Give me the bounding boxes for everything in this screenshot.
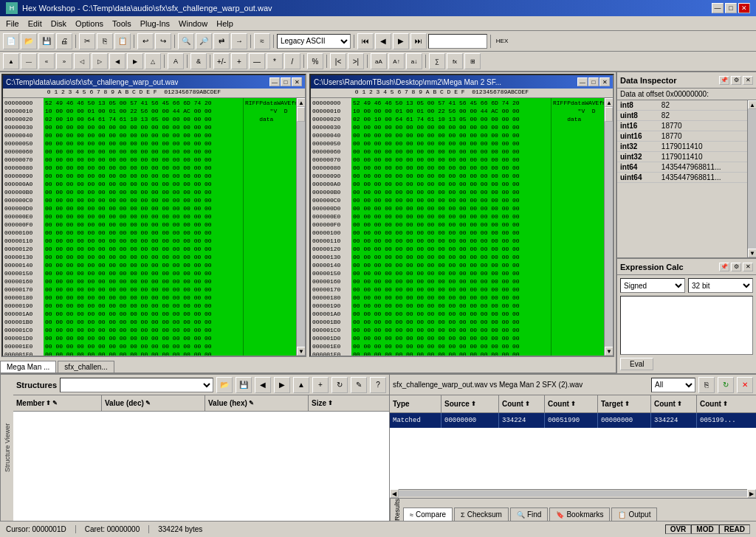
nav-begin[interactable]: ⏮ [357,33,374,49]
compare-close[interactable]: ✕ [737,377,753,393]
close-button[interactable]: ✕ [738,3,750,13]
hex-left-min[interactable]: — [269,77,280,86]
tb2-plus[interactable]: +/- [213,53,230,69]
expr-pin[interactable]: 📌 [719,263,729,271]
compare-hscroll[interactable]: ◀ ▶ [390,489,756,498]
find-button[interactable]: 🔍 [178,33,194,49]
tb2-btn6[interactable]: ▷ [92,53,108,69]
tb2-btn2[interactable]: — [21,53,37,69]
encoding-select[interactable]: Legacy ASCII [277,34,351,49]
struct-btn-refresh[interactable]: ↻ [331,377,348,393]
menu-help[interactable]: Help [212,18,238,30]
inspector-settings[interactable]: ⚙ [731,76,741,85]
find-all-button[interactable]: 🔎 [196,33,212,49]
tb2-btn1[interactable]: ▲ [3,53,19,69]
scroll-down-left[interactable]: ▼ [297,347,305,356]
struct-btn-up[interactable]: ▲ [293,377,309,393]
nav-prev[interactable]: ◀ [375,33,391,49]
tb2-btn8[interactable]: ▶ [127,53,143,69]
menu-file[interactable]: File [1,18,24,30]
struct-btn-save[interactable]: 💾 [236,377,252,393]
tb2-pct[interactable]: % [307,53,323,69]
hex-body-left[interactable]: 00000000000000100000002000000030 0000004… [3,98,305,356]
struct-btn-prev[interactable]: ◀ [255,377,271,393]
compare-filter[interactable]: All [651,378,695,392]
hex-left-close[interactable]: ✕ [292,77,302,86]
expr-bit-select[interactable]: 32 bit 16 bit 64 bit [688,278,753,293]
open-button[interactable]: 📂 [21,33,37,49]
maximize-button[interactable]: □ [725,3,737,13]
compare-btn[interactable]: ≈ [254,33,270,49]
tb2-big[interactable]: A↑ [388,53,405,69]
tb2-div[interactable]: / [284,53,300,69]
inspector-scroll-up[interactable]: ▲ [748,100,756,109]
menu-plugins[interactable]: Plug-Ins [136,18,174,30]
tb2-left[interactable]: |< [330,53,346,69]
replace-button[interactable]: ⇄ [213,33,230,49]
tab-checksum[interactable]: Σ Checksum [454,507,509,521]
hex-tab-2[interactable]: sfx_challen... [58,361,114,373]
scrollbar-left[interactable]: ▲ ▼ [296,98,305,356]
paste-button[interactable]: 📋 [114,33,131,49]
inspector-scrollbar[interactable]: ▲ ▼ [747,100,756,257]
scroll-thumb-right[interactable] [605,107,613,122]
hex-data-left[interactable]: 52 49 46 46 50 13 05 00 57 41 56 45 66 6… [44,98,243,356]
scroll-thumb-left[interactable] [297,107,305,122]
menu-edit[interactable]: Edit [24,18,47,30]
menu-tools[interactable]: Tools [108,18,136,30]
expr-close[interactable]: ✕ [743,263,753,271]
hscroll-right[interactable]: ▶ [747,489,756,498]
hex-right-close[interactable]: ✕ [599,77,610,86]
tb2-op1[interactable]: A [168,53,184,69]
compare-scroll-area[interactable]: Matched 00000000 334224 00051990 0000000… [390,413,756,489]
expr-signed-select[interactable]: Signed Unsigned [620,278,685,293]
tab-find[interactable]: 🔍 Find [510,507,548,521]
hex-body-right[interactable]: 00000000000000100000002000000030 0000004… [311,98,613,356]
goto-input[interactable] [428,34,487,49]
structures-combo[interactable] [60,378,213,392]
menu-options[interactable]: Options [71,18,108,30]
inspector-scroll-track[interactable] [748,109,756,249]
tb2-btn9[interactable]: △ [145,53,161,69]
tb2-sub[interactable]: — [249,53,265,69]
compare-refresh[interactable]: ↻ [718,377,734,393]
scroll-track-left[interactable] [297,107,305,347]
expr-settings[interactable]: ⚙ [731,263,741,271]
nav-end[interactable]: ⏭ [410,33,427,49]
hscroll-left[interactable]: ◀ [390,489,399,498]
minimize-button[interactable]: — [712,3,724,13]
tb2-add[interactable]: + [231,53,247,69]
tab-output[interactable]: 📋 Output [611,507,657,521]
save-button[interactable]: 💾 [38,33,55,49]
menu-window[interactable]: Window [174,18,212,30]
tb2-right[interactable]: >| [348,53,364,69]
struct-btn-help[interactable]: ? [370,377,386,393]
scroll-up-right[interactable]: ▲ [605,98,613,107]
scroll-up-left[interactable]: ▲ [297,98,305,107]
scrollbar-right[interactable]: ▲ ▼ [604,98,613,356]
hscroll-track[interactable] [399,491,747,496]
tb2-small[interactable]: a↓ [406,53,422,69]
expr-input-area[interactable] [620,296,753,355]
tb2-btn3[interactable]: « [38,53,55,69]
nav-next[interactable]: ▶ [393,33,409,49]
copy-button[interactable]: ⎘ [97,33,113,49]
new-button[interactable]: 📄 [3,33,19,49]
compare-row-1[interactable]: Matched 00000000 334224 00051990 0000000… [390,413,756,428]
hex-data-right[interactable]: 52 49 46 46 50 13 05 00 57 41 56 45 66 6… [351,98,551,356]
tb2-extra3[interactable]: ⊞ [464,53,481,69]
tb2-mul[interactable]: * [267,53,283,69]
inspector-pin[interactable]: 📌 [719,76,729,85]
hex-tab-1[interactable]: Mega Man ... [0,361,56,373]
struct-content[interactable] [13,412,389,521]
struct-btn-open[interactable]: 📂 [216,377,233,393]
tb2-btn7[interactable]: ◀ [109,53,126,69]
tab-bookmarks[interactable]: 🔖 Bookmarks [549,507,610,521]
print-button[interactable]: 🖨 [56,33,72,49]
inspector-close[interactable]: ✕ [743,76,753,85]
tb2-extra2[interactable]: fx [447,53,463,69]
inspector-scroll-down[interactable]: ▼ [748,249,756,257]
eval-button[interactable]: Eval [620,358,653,370]
hex-right-max[interactable]: □ [588,77,599,86]
struct-btn-next[interactable]: ▶ [274,377,290,393]
